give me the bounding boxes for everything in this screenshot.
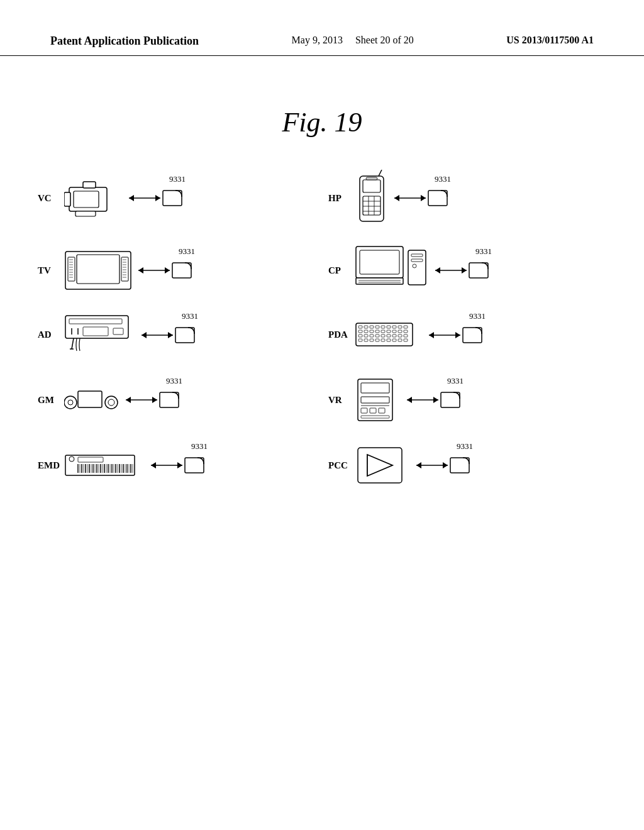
vc-row: VC 9331	[38, 170, 316, 226]
svg-rect-85	[375, 330, 379, 333]
svg-rect-4	[75, 211, 96, 216]
vc-icon	[64, 179, 124, 218]
svg-rect-94	[375, 335, 379, 337]
svg-rect-73	[358, 326, 362, 328]
svg-rect-89	[398, 330, 402, 333]
svg-rect-83	[364, 330, 368, 333]
cp-connector: 9331	[434, 258, 491, 283]
svg-marker-132	[433, 397, 438, 403]
svg-rect-90	[404, 330, 408, 333]
svg-rect-64	[83, 327, 108, 336]
svg-rect-79	[392, 326, 396, 328]
svg-rect-24	[77, 255, 119, 284]
svg-marker-131	[407, 397, 412, 403]
svg-marker-175	[443, 462, 448, 468]
vr-connector: 9331	[406, 387, 462, 412]
svg-rect-176	[450, 458, 469, 473]
gm-label: GM	[38, 395, 60, 406]
svg-marker-70	[168, 332, 173, 338]
svg-rect-126	[361, 408, 367, 413]
svg-marker-57	[435, 267, 440, 274]
tv-connector: 9331	[137, 258, 194, 283]
svg-point-55	[413, 264, 416, 268]
svg-rect-128	[379, 408, 385, 413]
ad-row: AD	[38, 314, 316, 355]
svg-rect-78	[387, 326, 391, 328]
svg-rect-113	[78, 391, 102, 407]
pda-row: PDA	[328, 314, 606, 355]
svg-rect-81	[404, 326, 408, 328]
svg-rect-107	[398, 339, 402, 341]
svg-rect-82	[358, 330, 362, 333]
tv-node-label: 9331	[179, 246, 195, 257]
pcc-connector: 9331	[415, 453, 472, 478]
svg-rect-59	[469, 263, 488, 278]
ad-node-label: 9331	[182, 311, 198, 321]
svg-rect-171	[358, 448, 402, 483]
vr-node-label: 9331	[447, 376, 464, 386]
patent-number: US 2013/0117500 A1	[506, 35, 594, 46]
publication-label: Patent Application Publication	[50, 35, 199, 48]
pda-icon	[355, 322, 424, 348]
svg-rect-71	[175, 328, 194, 343]
svg-marker-21	[421, 195, 426, 201]
svg-line-66	[72, 338, 74, 349]
vc-label: VC	[38, 193, 60, 204]
diagram-grid: VC 9331	[38, 170, 606, 486]
hp-icon	[355, 170, 389, 226]
svg-rect-133	[441, 392, 460, 407]
ad-label: AD	[38, 329, 60, 340]
emd-label: EMD	[38, 460, 60, 471]
svg-rect-8	[163, 191, 182, 206]
page: Patent Application Publication May 9, 20…	[0, 0, 644, 830]
svg-rect-101	[364, 339, 368, 341]
svg-marker-7	[155, 195, 160, 201]
svg-rect-53	[411, 254, 423, 257]
svg-rect-92	[364, 335, 368, 337]
hp-node-label: 9331	[435, 174, 451, 184]
svg-rect-49	[356, 278, 403, 284]
tv-icon	[64, 248, 133, 292]
svg-rect-121	[160, 392, 179, 407]
svg-rect-22	[428, 191, 447, 206]
svg-rect-46	[172, 263, 191, 278]
svg-rect-48	[360, 250, 399, 274]
gm-node-label: 9331	[166, 376, 182, 386]
ad-icon	[64, 314, 136, 355]
svg-marker-20	[394, 195, 399, 201]
svg-rect-123	[361, 383, 389, 393]
svg-rect-77	[381, 326, 385, 328]
cp-node-label: 9331	[475, 246, 492, 257]
vr-row: VR 9331	[328, 374, 606, 426]
diagram-area: VC 9331	[0, 170, 644, 486]
pcc-label: PCC	[328, 460, 351, 471]
tv-label: TV	[38, 265, 60, 276]
vr-label: VR	[328, 395, 351, 406]
svg-point-117	[108, 399, 114, 406]
svg-marker-69	[142, 332, 147, 338]
figure-title: Fig. 19	[0, 106, 644, 138]
svg-rect-103	[375, 339, 379, 341]
svg-point-135	[69, 456, 74, 462]
svg-line-10	[379, 170, 382, 176]
svg-rect-11	[363, 180, 380, 192]
svg-rect-2	[83, 182, 96, 188]
vr-icon	[355, 374, 402, 426]
svg-rect-93	[370, 335, 374, 337]
tv-row: TV	[38, 245, 316, 296]
svg-rect-54	[411, 259, 423, 262]
svg-rect-3	[74, 191, 99, 208]
svg-marker-111	[455, 332, 460, 338]
gm-row: GM 9331	[38, 374, 316, 426]
gm-icon	[64, 384, 121, 416]
pcc-row: PCC 9331	[328, 445, 606, 486]
vc-node-label: 9331	[169, 174, 186, 184]
svg-rect-124	[361, 397, 389, 403]
svg-marker-45	[165, 267, 170, 274]
svg-rect-61	[69, 319, 122, 324]
svg-rect-65	[113, 328, 123, 335]
svg-rect-95	[381, 335, 385, 337]
hp-label: HP	[328, 193, 351, 204]
svg-rect-136	[78, 457, 103, 462]
svg-rect-74	[364, 326, 368, 328]
